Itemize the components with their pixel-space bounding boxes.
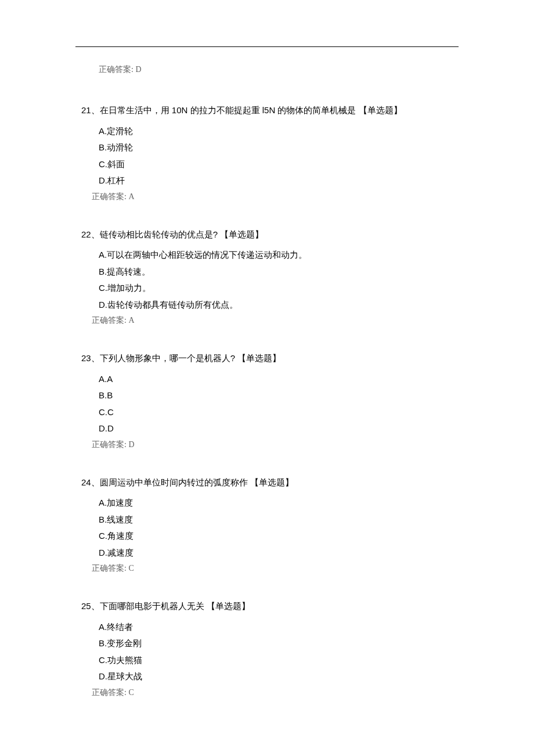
option-c: C.斜面 [99, 156, 453, 173]
question-text: 、下面哪部电影于机器人无关 【单选题】 [91, 601, 250, 611]
option-c: C.角速度 [99, 528, 453, 545]
option-a: A.加速度 [99, 495, 453, 512]
question-title: 23、下列人物形象中，哪一个是机器人? 【单选题】 [81, 352, 453, 365]
correct-answer: 正确答案: A [92, 192, 453, 202]
options-list: A.A B.B C.C D.D [99, 371, 453, 437]
correct-answer: 正确答案: C [92, 687, 453, 698]
question-number: 25 [81, 601, 91, 611]
options-list: A.加速度 B.线速度 C.角速度 D.减速度 [99, 495, 453, 561]
question-text: 、链传动相比齿轮传动的优点是? 【单选题】 [91, 229, 264, 239]
option-a: A.定滑轮 [99, 123, 453, 140]
option-a: A.A [99, 371, 453, 388]
option-d: D.星球大战 [99, 668, 453, 685]
question-number: 21 [81, 105, 91, 115]
question-title: 21、在日常生活中，用 10N 的拉力不能提起重 l5N 的物体的简单机械是 【… [81, 104, 453, 117]
options-list: A.定滑轮 B.动滑轮 C.斜面 D.杠杆 [99, 123, 453, 189]
option-b: B.提高转速。 [99, 264, 453, 280]
option-c: C.C [99, 404, 453, 421]
correct-answer: 正确答案: C [92, 563, 453, 574]
option-b: B.动滑轮 [99, 139, 453, 156]
option-b: B.B [99, 387, 453, 404]
option-d: D.齿轮传动都具有链传动所有优点。 [99, 297, 453, 314]
option-c: C.功夫熊猫 [99, 652, 453, 669]
question-block: 23、下列人物形象中，哪一个是机器人? 【单选题】 A.A B.B C.C D.… [81, 352, 453, 450]
option-b: B.线速度 [99, 512, 453, 528]
question-number: 22 [81, 229, 91, 239]
question-block: 21、在日常生活中，用 10N 的拉力不能提起重 l5N 的物体的简单机械是 【… [81, 104, 453, 202]
option-d: D.D [99, 420, 453, 437]
question-block: 22、链传动相比齿轮传动的优点是? 【单选题】 A.可以在两轴中心相距较远的情况… [81, 228, 453, 326]
option-a: A.终结者 [99, 619, 453, 636]
question-text: 、下列人物形象中，哪一个是机器人? 【单选题】 [91, 353, 282, 363]
question-block: 24、圆周运动中单位时间内转过的弧度称作 【单选题】 A.加速度 B.线速度 C… [81, 476, 453, 574]
option-a: A.可以在两轴中心相距较远的情况下传递运动和动力。 [99, 247, 453, 264]
option-c: C.增加动力。 [99, 280, 453, 297]
option-d: D.杠杆 [99, 172, 453, 189]
question-number: 24 [81, 477, 91, 487]
option-b: B.变形金刚 [99, 635, 453, 652]
question-title: 25、下面哪部电影于机器人无关 【单选题】 [81, 600, 453, 613]
options-list: A.可以在两轴中心相距较远的情况下传递运动和动力。 B.提高转速。 C.增加动力… [99, 247, 453, 313]
question-text: 、圆周运动中单位时间内转过的弧度称作 【单选题】 [91, 477, 294, 487]
correct-answer: 正确答案: D [92, 440, 453, 450]
question-title: 22、链传动相比齿轮传动的优点是? 【单选题】 [81, 228, 453, 242]
question-number: 23 [81, 353, 91, 363]
correct-answer: 正确答案: A [92, 315, 453, 326]
question-title: 24、圆周运动中单位时间内转过的弧度称作 【单选题】 [81, 476, 453, 489]
question-text: 、在日常生活中，用 10N 的拉力不能提起重 l5N 的物体的简单机械是 【单选… [91, 105, 402, 115]
page-divider [75, 46, 459, 47]
question-block: 25、下面哪部电影于机器人无关 【单选题】 A.终结者 B.变形金刚 C.功夫熊… [81, 600, 453, 698]
option-d: D.减速度 [99, 545, 453, 561]
options-list: A.终结者 B.变形金刚 C.功夫熊猫 D.星球大战 [99, 619, 453, 685]
previous-answer: 正确答案: D [99, 64, 453, 75]
